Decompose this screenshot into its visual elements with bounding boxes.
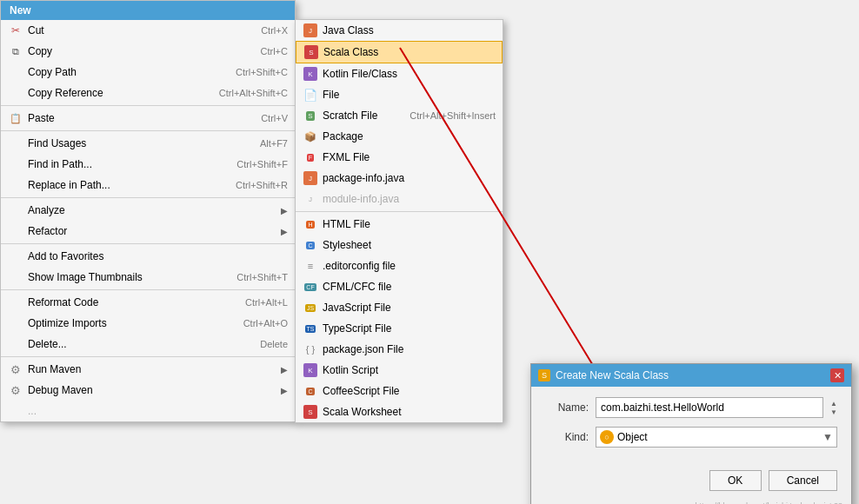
submenu-separator-1 [296,211,503,212]
package-label: Package [323,130,496,143]
submenu: J Java Class S Scala Class K Kotlin File… [295,19,503,423]
paste-shortcut: Ctrl+V [261,113,288,123]
menu-item-find-in-path[interactable]: Find in Path... Ctrl+Shift+F [1,154,295,175]
editorconfig-label: .editorconfig file [323,260,496,272]
dialog-buttons: OK Cancel [531,467,851,501]
menu-item-show-thumbnails[interactable]: Show Image Thumbnails Ctrl+Shift+T [1,267,295,288]
name-label: Name: [545,401,589,414]
find-usages-shortcut: Alt+F7 [260,138,288,149]
replace-in-path-icon [8,177,23,193]
dialog-close-button[interactable]: ✕ [830,368,844,382]
menu-item-reformat[interactable]: Reformat Code Ctrl+Alt+L [1,292,295,313]
menu-item-run-maven[interactable]: ⚙ Run Maven ▶ [1,359,295,380]
json-icon: { } [303,342,318,357]
analyze-arrow: ▶ [281,206,288,216]
fxml-icon: F [303,149,318,165]
scala-worksheet-icon: S [303,404,318,420]
thumbnails-icon [8,269,23,285]
kotlin-script-label: Kotlin Script [323,364,496,376]
submenu-html-file[interactable]: H HTML File [296,214,503,235]
name-input[interactable] [596,397,823,418]
replace-in-path-label: Replace in Path... [28,179,218,191]
copy-icon: ⧉ [8,43,23,59]
kind-dropdown-arrow[interactable]: ▼ [822,431,833,443]
show-thumbnails-label: Show Image Thumbnails [28,271,219,283]
reformat-shortcut: Ctrl+Alt+L [245,297,288,308]
submenu-scratch-file[interactable]: S Scratch File Ctrl+Alt+Shift+Insert [296,105,503,126]
submenu-editorconfig[interactable]: ≡ .editorconfig file [296,255,503,276]
menu-item-find-usages[interactable]: Find Usages Alt+F7 [1,133,295,154]
menu-item-refactor[interactable]: Refactor ▶ [1,221,295,242]
replace-in-path-shortcut: Ctrl+Shift+R [236,180,288,190]
menu-item-delete[interactable]: Delete... Delete [1,334,295,355]
menu-item-optimize[interactable]: Optimize Imports Ctrl+Alt+O [1,313,295,334]
submenu-stylesheet[interactable]: C Stylesheet [296,235,503,255]
cut-label: Cut [28,24,243,36]
scala-class-icon: S [303,44,319,60]
scala-class-label: Scala Class [323,46,495,58]
find-in-path-label: Find in Path... [28,158,219,170]
submenu-typescript[interactable]: TS TypeScript File [296,318,503,339]
context-menu-header: New [1,1,295,20]
separator-1 [1,105,295,106]
submenu-coffeescript[interactable]: C CoffeeScript File [296,381,503,401]
delete-label: Delete... [28,338,243,350]
sort-arrows: ▲ ▼ [830,400,837,416]
submenu-javascript[interactable]: JS JavaScript File [296,297,503,318]
kind-icon: ○ [600,430,614,444]
delete-icon [8,336,23,352]
menu-item-copy[interactable]: ⧉ Copy Ctrl+C [1,41,295,62]
coffeescript-icon: C [303,383,318,399]
submenu-package-json[interactable]: { } package.json File [296,339,503,360]
menu-item-add-favorites[interactable]: Add to Favorites [1,246,295,267]
menu-item-cut[interactable]: ✂ Cut Ctrl+X [1,20,295,41]
dialog-title-left: S Create New Scala Class [538,369,669,381]
submenu-package-info-java[interactable]: J package-info.java [296,168,503,189]
submenu-file[interactable]: 📄 File [296,84,503,105]
kotlin-script-icon: K [303,362,318,378]
menu-item-more: ... [1,401,295,421]
kind-label: Kind: [545,431,589,443]
cancel-button[interactable]: Cancel [769,470,837,491]
reformat-icon [8,295,23,310]
stylesheet-label: Stylesheet [323,239,496,251]
html-icon: H [303,216,318,232]
find-in-path-shortcut: Ctrl+Shift+F [236,159,288,169]
submenu-java-class[interactable]: J Java Class [296,20,503,41]
menu-item-copy-reference[interactable]: Copy Reference Ctrl+Alt+Shift+C [1,83,295,103]
submenu-fxml[interactable]: F FXML File [296,147,503,168]
refactor-label: Refactor [28,225,281,237]
menu-item-analyze[interactable]: Analyze ▶ [1,200,295,221]
favorites-icon [8,249,23,264]
html-file-label: HTML File [323,218,496,230]
submenu-package[interactable]: 📦 Package [296,126,503,147]
optimize-label: Optimize Imports [28,317,226,329]
copy-label: Copy [28,45,243,57]
menu-item-replace-in-path[interactable]: Replace in Path... Ctrl+Shift+R [1,175,295,196]
analyze-label: Analyze [28,204,281,216]
ts-label: TypeScript File [323,322,496,335]
file-label: File [323,89,496,101]
submenu-scala-class[interactable]: S Scala Class [296,41,503,63]
menu-item-copy-path[interactable]: Copy Path Ctrl+Shift+C [1,62,295,83]
kind-value: Object [617,431,822,443]
fxml-label: FXML File [323,151,496,163]
json-label: package.json File [323,343,496,355]
submenu-cfml[interactable]: CF CFML/CFC file [296,276,503,297]
ok-button[interactable]: OK [709,470,762,491]
menu-item-debug-maven[interactable]: ⚙ Debug Maven ▶ [1,380,295,401]
separator-2 [1,130,295,131]
submenu-kotlin-script[interactable]: K Kotlin Script [296,360,503,381]
dialog-body: Name: ▲ ▼ Kind: ○ Object ▼ [531,387,851,467]
more-label: ... [28,405,288,417]
menu-item-paste[interactable]: 📋 Paste Ctrl+V [1,108,295,129]
ts-icon: TS [303,321,318,336]
package-info-label: package-info.java [323,172,496,184]
dialog-titlebar: S Create New Scala Class ✕ [531,364,851,387]
copy-reference-shortcut: Ctrl+Alt+Shift+C [219,88,288,98]
scala-worksheet-label: Scala Worksheet [323,406,496,418]
cut-shortcut: Ctrl+X [261,25,288,36]
refactor-icon [8,223,23,239]
submenu-kotlin-file[interactable]: K Kotlin File/Class [296,63,503,84]
submenu-scala-worksheet[interactable]: S Scala Worksheet [296,401,503,422]
